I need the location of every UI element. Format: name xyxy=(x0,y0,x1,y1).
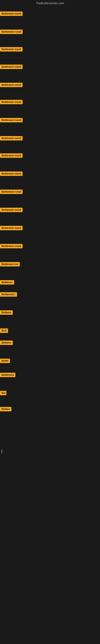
page-container: TheBottlenecker.com Bottleneck resultBot… xyxy=(0,0,100,644)
list-item: Bottlenec xyxy=(0,280,14,285)
bottleneck-badge[interactable]: Bottleneck r xyxy=(0,292,17,297)
list-item: Bottleneck result xyxy=(0,172,23,177)
bottleneck-badge[interactable]: Bottleneck result xyxy=(0,208,23,212)
bottleneck-badge[interactable]: Bottleneck result xyxy=(0,226,23,230)
bottleneck-badge[interactable]: Bottlene xyxy=(0,340,13,345)
list-item: Bottleneck result xyxy=(0,226,23,231)
list-item: Bottlene xyxy=(0,310,13,316)
bottleneck-badge[interactable]: Bottleneck xyxy=(0,373,15,377)
bottleneck-badge[interactable]: Bottleneck result xyxy=(0,47,23,52)
bottleneck-badge[interactable]: Bottleneck res xyxy=(0,262,20,266)
list-item: Bottleneck result xyxy=(0,100,23,105)
bottleneck-badge[interactable]: Bottle xyxy=(0,359,10,363)
bottleneck-badge[interactable]: Bottlen xyxy=(0,407,11,411)
cursor xyxy=(1,449,3,455)
list-item: Bottleneck result xyxy=(0,47,23,52)
bottleneck-badge[interactable]: Bottleneck result xyxy=(0,100,23,104)
bottleneck-badge[interactable]: Bottlenec xyxy=(0,280,14,284)
bottleneck-badge[interactable]: Bottleneck result xyxy=(0,30,23,34)
bottleneck-badge[interactable]: Bott xyxy=(0,328,8,333)
list-item: Bottleneck result xyxy=(0,12,23,17)
site-title: TheBottlenecker.com xyxy=(0,0,100,6)
list-item: Bott xyxy=(0,328,8,334)
list-item: Bottleneck xyxy=(0,373,15,378)
list-item: Bottleneck result xyxy=(0,30,23,35)
bottleneck-badge[interactable]: Bottlene xyxy=(0,310,13,315)
items-container xyxy=(0,6,100,7)
list-item: Bottleneck result xyxy=(0,208,23,213)
bottleneck-badge[interactable]: Bottleneck result xyxy=(0,118,23,122)
bottleneck-badge[interactable]: Bot xyxy=(0,391,6,395)
bottleneck-badge[interactable]: Bottleneck result xyxy=(0,83,23,87)
list-item: Bottleneck result xyxy=(0,64,23,70)
list-item: Bottlen xyxy=(0,407,11,412)
list-item: Bottlene xyxy=(0,340,13,346)
bottleneck-badge[interactable]: Bottleneck result xyxy=(0,244,23,248)
bottleneck-badge[interactable]: Bottleneck result xyxy=(0,12,23,16)
list-item: Bottle xyxy=(0,359,10,364)
bottleneck-badge[interactable]: Bottleneck result xyxy=(0,190,23,194)
list-item: Bottleneck result xyxy=(0,136,23,141)
bottleneck-badge[interactable]: Bottleneck result xyxy=(0,136,23,140)
list-item: Bottleneck result xyxy=(0,190,23,195)
bottleneck-badge[interactable]: Bottleneck result xyxy=(0,153,23,158)
list-item: Bottleneck result xyxy=(0,244,23,249)
list-item: Bottleneck res xyxy=(0,262,20,267)
list-item: Bot xyxy=(0,391,6,396)
bottleneck-badge[interactable]: Bottleneck result xyxy=(0,64,23,69)
bottleneck-badge[interactable]: Bottleneck result xyxy=(0,172,23,176)
list-item: Bottleneck result xyxy=(0,118,23,123)
list-item: Bottleneck r xyxy=(0,292,17,298)
list-item: Bottleneck result xyxy=(0,83,23,88)
list-item: Bottleneck result xyxy=(0,153,23,158)
